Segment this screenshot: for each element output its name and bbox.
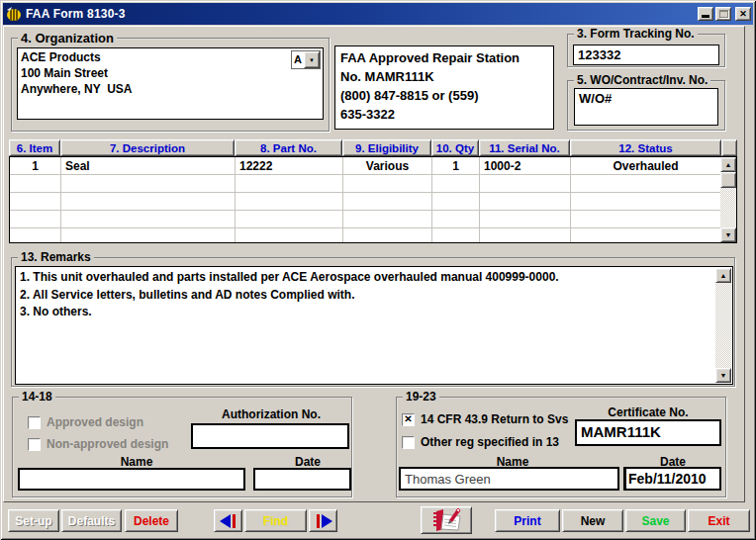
- certificate-label: Certificate No.: [583, 405, 713, 419]
- scroll-up-icon: ▲: [725, 161, 732, 168]
- form-tracking-label: 3. Form Tracking No.: [574, 27, 698, 41]
- form-tracking-field[interactable]: 123332: [573, 45, 719, 65]
- authorization-field[interactable]: [191, 423, 349, 449]
- save-button[interactable]: Save: [625, 509, 686, 532]
- group-14-18: 14-18 Approved design Non-approved desig…: [12, 397, 352, 497]
- checkbox-label: Other reg specified in 13: [421, 435, 559, 449]
- form-tracking-group: 3. Form Tracking No. 123332: [567, 34, 725, 67]
- column-header-description[interactable]: 7. Description: [60, 139, 235, 156]
- app-icon: [6, 6, 22, 22]
- setup-button[interactable]: Set-up: [8, 509, 59, 532]
- group-14-18-label: 14-18: [19, 390, 55, 404]
- column-header-qty[interactable]: 10. Qty: [431, 139, 479, 156]
- previous-bar-icon: [233, 514, 236, 528]
- checkbox-box[interactable]: [28, 438, 41, 451]
- authorization-label: Authorization No.: [193, 407, 349, 421]
- scroll-up-icon: ▲: [720, 272, 727, 279]
- cell-status: Overhauled: [571, 157, 720, 175]
- scroll-down-icon: ▼: [720, 372, 727, 379]
- defaults-button[interactable]: Defaults: [61, 509, 122, 532]
- repair-station-box[interactable]: FAA Approved Repair Station No. MAMR111K…: [334, 45, 554, 130]
- column-header-eligibility[interactable]: 9. Eligibility: [342, 139, 431, 156]
- chevron-down-icon: ▼: [309, 57, 315, 63]
- remarks-textarea[interactable]: 1. This unit overhauled and parts instal…: [15, 266, 733, 385]
- check-icon: ✕: [404, 414, 412, 424]
- column-header-status[interactable]: 12. Status: [570, 139, 721, 156]
- combo-dropdown-button[interactable]: ▼: [304, 51, 320, 68]
- checkbox-box[interactable]: [402, 436, 415, 449]
- new-button[interactable]: New: [562, 509, 623, 532]
- remarks-scrollbar[interactable]: ▲ ▼: [715, 268, 731, 383]
- checkbox-label: Approved design: [47, 415, 143, 429]
- find-previous-button[interactable]: [214, 509, 242, 532]
- delete-button[interactable]: Delete: [125, 509, 178, 532]
- column-header-serial-no[interactable]: 11. Serial No.: [479, 139, 570, 156]
- date-label: Date: [258, 455, 357, 469]
- scroll-down-button[interactable]: ▼: [715, 368, 731, 383]
- next-bar-icon: [317, 514, 320, 528]
- repair-station-line: (800) 847-8815 or (559): [340, 86, 548, 105]
- other-reg-checkbox[interactable]: Other reg specified in 13: [402, 435, 559, 449]
- cell-description: Seal: [61, 157, 236, 175]
- print-button[interactable]: Print: [495, 509, 560, 532]
- items-table-grid: 1 Seal 12222 Various 1 1000-2 Overhauled: [10, 157, 720, 242]
- checkbox-label: 14 CFR 43.9 Return to Svs: [421, 412, 568, 426]
- items-table-header-row: 6. Item 7. Description 8. Part No. 9. El…: [9, 139, 737, 156]
- cell-qty: 1: [432, 157, 480, 175]
- minimize-icon: [702, 15, 709, 18]
- approved-design-checkbox[interactable]: Approved design: [28, 415, 143, 429]
- remarks-line: 1. This unit overhauled and parts instal…: [20, 269, 728, 287]
- find-next-button[interactable]: [309, 509, 337, 532]
- titlebar[interactable]: FAA Form 8130-3 ✕: [3, 3, 753, 25]
- cell-item: 1: [10, 157, 61, 175]
- column-header-part-no[interactable]: 8. Part No.: [235, 139, 342, 156]
- table-scrollbar[interactable]: ▲ ▼: [720, 157, 736, 242]
- organization-line: 100 Main Street: [21, 65, 320, 81]
- scrollbar-track[interactable]: [715, 283, 731, 368]
- maximize-icon: [719, 10, 728, 18]
- organization-line: ACE Products: [21, 49, 320, 65]
- main-panel: 4. Organization ACE Products 100 Main St…: [3, 26, 745, 502]
- name-field[interactable]: [18, 468, 245, 491]
- cfr-return-checkbox[interactable]: ✕ 14 CFR 43.9 Return to Svs: [402, 412, 568, 426]
- table-row-empty[interactable]: [10, 211, 720, 228]
- next-arrow-icon: [322, 514, 332, 528]
- checkbox-label: Non-approved design: [47, 437, 168, 451]
- find-button[interactable]: Find: [244, 509, 307, 532]
- wo-contract-field[interactable]: W/O#: [574, 88, 718, 126]
- group-19-23: 19-23 ✕ 14 CFR 43.9 Return to Svs Other …: [396, 397, 726, 497]
- close-icon: ✕: [739, 9, 747, 19]
- items-table: 1 Seal 12222 Various 1 1000-2 Overhauled: [9, 156, 737, 243]
- scrollbar-track[interactable]: [720, 188, 736, 227]
- repair-station-line: No. MAMR111K: [340, 67, 548, 86]
- name-field[interactable]: Thomas Green: [399, 467, 619, 491]
- scroll-up-button[interactable]: ▲: [715, 268, 731, 283]
- print-preview-button[interactable]: [421, 506, 472, 534]
- checkbox-box[interactable]: [28, 416, 41, 429]
- close-button[interactable]: ✕: [735, 7, 751, 21]
- printer-icon: [429, 508, 463, 532]
- minimize-button[interactable]: [698, 7, 713, 21]
- scrollbar-thumb[interactable]: [720, 172, 736, 188]
- window-title: FAA Form 8130-3: [26, 7, 126, 21]
- organization-combo[interactable]: A ▼: [291, 50, 321, 69]
- repair-station-line: 635-3322: [340, 105, 548, 124]
- organization-group-label: 4. Organization: [18, 31, 117, 45]
- table-row[interactable]: 1 Seal 12222 Various 1 1000-2 Overhauled: [10, 157, 720, 175]
- table-row-empty[interactable]: [10, 193, 720, 211]
- table-row-empty[interactable]: [10, 228, 720, 242]
- exit-button[interactable]: Exit: [688, 509, 750, 532]
- organization-textarea[interactable]: ACE Products 100 Main Street Anywhere, N…: [17, 47, 324, 120]
- column-header-item[interactable]: 6. Item: [9, 139, 60, 156]
- date-field[interactable]: [253, 468, 351, 491]
- name-label: Name: [72, 455, 201, 469]
- organization-line: Anywhere, NY USA: [21, 81, 320, 97]
- scroll-up-button[interactable]: ▲: [720, 157, 736, 172]
- maximize-button[interactable]: [715, 7, 731, 21]
- non-approved-design-checkbox[interactable]: Non-approved design: [28, 437, 168, 451]
- table-row-empty[interactable]: [10, 175, 720, 193]
- checkbox-box[interactable]: ✕: [402, 413, 415, 426]
- date-field[interactable]: Feb/11/2010: [623, 467, 721, 491]
- scroll-down-button[interactable]: ▼: [720, 227, 736, 242]
- certificate-field[interactable]: MAMR111K: [575, 419, 721, 446]
